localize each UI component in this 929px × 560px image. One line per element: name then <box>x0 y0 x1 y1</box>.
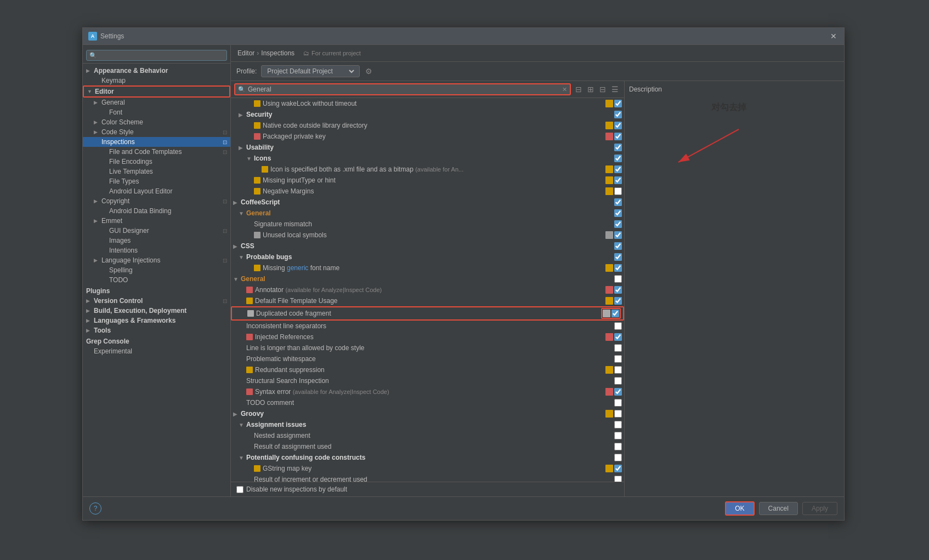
insp-checkbox[interactable] <box>614 144 622 151</box>
sidebar-item-lang-frameworks[interactable]: ▶ Languages & Frameworks <box>83 316 230 325</box>
insp-checkbox[interactable] <box>614 377 622 385</box>
insp-row-css[interactable]: ▶ CSS <box>231 241 624 252</box>
insp-row-icons[interactable]: ▼ Icons <box>231 153 624 164</box>
sidebar-item-live-templates[interactable]: Live Templates <box>83 167 230 176</box>
expand-button[interactable]: ⊞ <box>585 84 596 95</box>
insp-checkbox[interactable] <box>614 297 622 305</box>
gear-button[interactable]: ⚙ <box>364 66 373 77</box>
sidebar-item-android-layout[interactable]: Android Layout Editor <box>83 186 230 196</box>
help-button[interactable]: ? <box>89 502 101 515</box>
insp-checkbox[interactable] <box>614 366 622 374</box>
profile-select-wrap[interactable]: Project Default Project <box>261 65 360 77</box>
sidebar-item-intentions[interactable]: Intentions <box>83 245 230 255</box>
insp-row-probable-bugs[interactable]: ▼ Probable bugs <box>231 252 624 262</box>
insp-row-general-main[interactable]: ▼ General <box>231 273 624 284</box>
sidebar-item-file-code-templates[interactable]: File and Code Templates ⊡ <box>83 147 230 157</box>
close-button[interactable]: ✕ <box>829 31 839 41</box>
insp-checkbox[interactable] <box>614 133 622 140</box>
insp-row-signature-mismatch[interactable]: Signature mismatch <box>231 219 624 230</box>
insp-checkbox[interactable] <box>614 421 622 428</box>
insp-row-usability[interactable]: ▶ Usability <box>231 142 624 153</box>
filter-button[interactable]: ⊟ <box>573 84 584 95</box>
sidebar-item-todo[interactable]: TODO <box>83 275 230 285</box>
insp-row-confusing[interactable]: ▼ Potentially confusing code constructs <box>231 452 624 463</box>
insp-row-structural-search[interactable]: Structural Search Inspection <box>231 375 624 386</box>
insp-row-annotator[interactable]: Annotator (available for Analyze|Inspect… <box>231 284 624 295</box>
insp-checkbox[interactable] <box>614 122 622 129</box>
insp-checkbox[interactable] <box>614 220 622 228</box>
sidebar-item-emmet[interactable]: ▶ Emmet <box>83 216 230 226</box>
insp-checkbox[interactable] <box>614 465 622 472</box>
insp-checkbox[interactable] <box>614 454 622 461</box>
apply-button[interactable]: Apply <box>802 502 837 515</box>
insp-row-security[interactable]: ▶ Security <box>231 109 624 120</box>
insp-row-negative-margins[interactable]: Negative Margins <box>231 186 624 197</box>
disable-new-inspections-checkbox[interactable] <box>236 486 243 493</box>
ok-button[interactable]: OK <box>725 501 754 516</box>
sidebar-item-file-encodings[interactable]: File Encodings <box>83 157 230 167</box>
sidebar-item-copyright[interactable]: ▶ Copyright ⊡ <box>83 196 230 206</box>
tree-search-input[interactable] <box>248 85 560 93</box>
insp-checkbox[interactable] <box>614 333 622 341</box>
cancel-button[interactable]: Cancel <box>759 502 798 515</box>
insp-row-native-code[interactable]: Native code outside library directory <box>231 120 624 131</box>
insp-checkbox[interactable] <box>614 253 622 261</box>
sidebar-item-tools[interactable]: ▶ Tools <box>83 325 230 335</box>
insp-checkbox[interactable] <box>614 388 622 396</box>
insp-checkbox[interactable] <box>614 242 622 250</box>
insp-row-assignment[interactable]: ▼ Assignment issues <box>231 419 624 430</box>
insp-checkbox[interactable] <box>614 344 622 352</box>
insp-row-coffeescript[interactable]: ▶ CoffeeScript <box>231 197 624 208</box>
sidebar-item-appearance[interactable]: ▶ Appearance & Behavior <box>83 66 230 76</box>
sidebar-item-build-exec[interactable]: ▶ Build, Execution, Deployment <box>83 306 230 316</box>
insp-checkbox[interactable] <box>614 111 622 118</box>
insp-row-redundant[interactable]: Redundant suppression <box>231 364 624 375</box>
insp-checkbox[interactable] <box>614 399 622 407</box>
insp-checkbox[interactable] <box>614 355 622 363</box>
insp-row-result-increment[interactable]: Result of increment or decrement used <box>231 474 624 482</box>
sidebar-item-keymap[interactable]: Keymap <box>83 76 230 85</box>
insp-row-unused-local[interactable]: Unused local symbols <box>231 230 624 241</box>
sidebar-item-gui-designer[interactable]: GUI Designer ⊡ <box>83 226 230 236</box>
sidebar-search-wrap[interactable]: 🔍 <box>86 50 227 61</box>
sidebar-item-experimental[interactable]: Experimental <box>83 346 230 356</box>
sidebar-item-images[interactable]: Images <box>83 236 230 245</box>
insp-checkbox[interactable] <box>614 476 622 482</box>
insp-checkbox[interactable] <box>614 231 622 239</box>
sidebar-item-spelling[interactable]: Spelling <box>83 265 230 275</box>
insp-row-packaged-key[interactable]: Packaged private key <box>231 131 624 142</box>
insp-checkbox[interactable] <box>614 443 622 450</box>
sidebar-item-color-scheme[interactable]: ▶ Color Scheme <box>83 117 230 127</box>
insp-row-groovy[interactable]: ▶ Groovy <box>231 408 624 419</box>
insp-checkbox[interactable] <box>614 176 622 184</box>
sidebar-item-general[interactable]: ▶ General <box>83 98 230 107</box>
collapse-button[interactable]: ⊟ <box>597 84 608 95</box>
insp-row-whitespace[interactable]: Problematic whitespace <box>231 353 624 364</box>
insp-row-line-sep[interactable]: Inconsistent line separators <box>231 321 624 332</box>
insp-checkbox[interactable] <box>614 165 622 173</box>
insp-checkbox[interactable] <box>614 155 622 162</box>
sidebar-item-editor[interactable]: ▼ Editor <box>83 85 230 98</box>
insp-row-result-assignment[interactable]: Result of assignment used <box>231 441 624 452</box>
insp-checkbox[interactable] <box>614 432 622 439</box>
insp-checkbox[interactable] <box>614 264 622 272</box>
insp-row-wakelok[interactable]: Using wakeLock without timeout <box>231 98 624 109</box>
insp-checkbox[interactable] <box>614 187 622 195</box>
insp-row-missing-input[interactable]: Missing inputType or hint <box>231 175 624 186</box>
sidebar-item-font[interactable]: Font <box>83 107 230 117</box>
insp-row-duplicated-code[interactable]: Duplicated code fragment <box>231 306 624 321</box>
sidebar-search-input[interactable] <box>99 52 224 59</box>
insp-checkbox[interactable] <box>614 275 622 283</box>
sidebar-item-file-types[interactable]: File Types <box>83 176 230 186</box>
insp-checkbox[interactable] <box>614 286 622 294</box>
insp-row-coffeescript-general[interactable]: ▼ General <box>231 208 624 219</box>
sidebar-item-version-control[interactable]: ▶ Version Control ⊡ <box>83 296 230 306</box>
insp-row-line-longer[interactable]: Line is longer than allowed by code styl… <box>231 342 624 353</box>
insp-row-syntax-error[interactable]: Syntax error (available for Analyze|Insp… <box>231 386 624 397</box>
sidebar-item-android-data-binding[interactable]: Android Data Binding <box>83 206 230 216</box>
insp-checkbox[interactable] <box>614 322 622 330</box>
insp-checkbox[interactable] <box>614 410 622 418</box>
profile-select[interactable]: Project Default Project <box>265 67 356 76</box>
insp-row-missing-font[interactable]: Missing generic font name <box>231 262 624 273</box>
insp-row-injected-ref[interactable]: Injected References <box>231 332 624 342</box>
